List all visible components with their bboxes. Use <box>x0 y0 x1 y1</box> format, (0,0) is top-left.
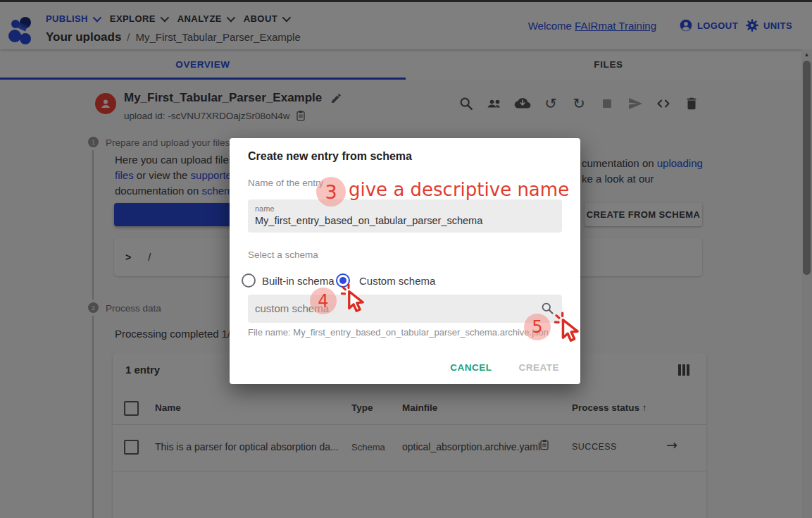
file-name-helper: File name: My_first_entry_based_on_tabul… <box>248 327 549 338</box>
annotation-cursor-icon <box>339 284 366 314</box>
annotation-badge-4: 4 <box>310 288 337 314</box>
create-button[interactable]: CREATE <box>518 362 559 373</box>
custom-schema-input[interactable] <box>255 302 534 314</box>
annotation-badge-5: 5 <box>524 314 551 340</box>
schema-section-label: Select a schema <box>248 249 318 260</box>
custom-schema-label[interactable]: Custom schema <box>359 275 435 287</box>
cancel-button[interactable]: CANCEL <box>450 362 492 373</box>
builtin-schema-radio[interactable] <box>242 273 256 288</box>
create-entry-dialog: Create new entry from schema Name of the… <box>230 138 580 384</box>
name-section-label: Name of the entry <box>248 178 323 188</box>
annotation-text-3: give a descriptive name <box>349 179 569 200</box>
custom-schema-field[interactable] <box>248 295 562 323</box>
builtin-schema-label[interactable]: Built-in schema <box>262 275 335 287</box>
app-screen: PUBLISH EXPLORE ANALYZE ABOUT Your uploa… <box>0 0 812 518</box>
dialog-actions: CANCEL CREATE <box>450 362 559 373</box>
entry-name-input[interactable] <box>255 215 555 226</box>
dialog-title: Create new entry from schema <box>248 150 412 163</box>
annotation-cursor-icon <box>554 312 580 344</box>
schema-search-icon[interactable] <box>540 301 555 316</box>
entry-name-field[interactable]: name <box>248 199 562 233</box>
annotation-badge-3: 3 <box>316 177 346 206</box>
entry-name-field-label: name <box>255 204 275 213</box>
